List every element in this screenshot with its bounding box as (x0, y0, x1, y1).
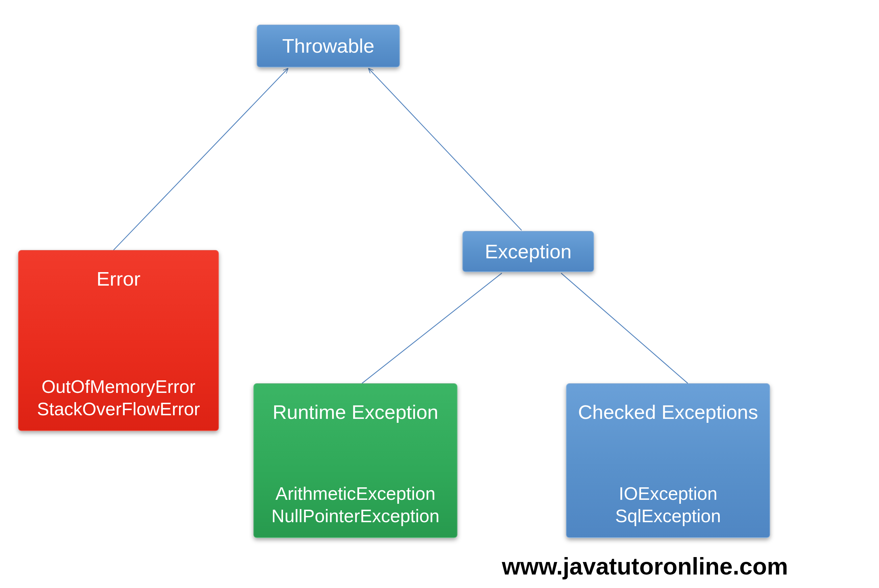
node-runtime-examples: ArithmeticException NullPointerException (272, 482, 440, 528)
edge-exception-to-throwable (369, 69, 522, 230)
watermark-text: www.javatutoronline.com (502, 553, 788, 580)
node-error-title: Error (96, 267, 140, 291)
node-runtime-exception: Runtime Exception ArithmeticException Nu… (254, 383, 458, 538)
node-throwable-label: Throwable (282, 34, 374, 58)
edge-checked-to-exception (561, 273, 688, 383)
node-exception: Exception (462, 231, 594, 272)
node-error: Error OutOfMemoryError StackOverFlowErro… (18, 250, 219, 431)
node-error-examples: OutOfMemoryError StackOverFlowError (37, 375, 200, 421)
edge-error-to-throwable (114, 69, 288, 250)
node-runtime-title: Runtime Exception (273, 400, 438, 424)
node-throwable: Throwable (257, 25, 400, 68)
edge-runtime-to-exception (362, 273, 502, 383)
node-checked-exceptions: Checked Exceptions IOException SqlExcept… (566, 383, 770, 538)
node-exception-label: Exception (485, 240, 572, 264)
node-checked-title: Checked Exceptions (578, 400, 758, 424)
node-checked-examples: IOException SqlException (615, 482, 721, 528)
